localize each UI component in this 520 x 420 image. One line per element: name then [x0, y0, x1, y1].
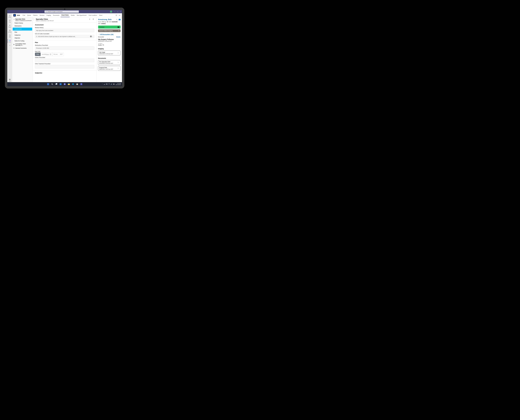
- svg-point-0: [46, 11, 47, 12]
- svg-rect-34: [77, 84, 77, 84]
- svg-rect-27: [60, 83, 62, 85]
- orders-input[interactable]: [35, 59, 94, 62]
- sidebar-item-assessment[interactable]: Assessment: [13, 28, 32, 30]
- sidebar-item-plan[interactable]: Plan: [12, 31, 32, 34]
- chevron-down-icon[interactable]: ⌄: [92, 36, 93, 37]
- window-maximize-button[interactable]: ▢: [116, 10, 119, 13]
- connect-button[interactable]: Connect: [98, 26, 121, 29]
- delete-note-button[interactable]: [92, 18, 95, 20]
- sidebar-item-patient-history[interactable]: Patient History: [12, 22, 32, 24]
- sidebar-item-objective[interactable]: Objective: [12, 37, 32, 39]
- patient-name[interactable]: Armstrong, Bob: [98, 18, 115, 21]
- svg-rect-19: [47, 83, 48, 84]
- rail-store[interactable]: Store: [8, 78, 12, 82]
- imaging-card-hip[interactable]: Hip Image 04/03/2021 01:35 pm EST 〉: [98, 51, 121, 55]
- tab-more-button[interactable]: •••: [118, 15, 121, 16]
- tray-chevron-icon[interactable]: ⌃: [102, 83, 103, 85]
- imaging-heading: Imaging: [98, 48, 121, 50]
- tray-battery-icon[interactable]: [113, 84, 115, 85]
- search-icon: [36, 36, 37, 37]
- taskbar-app-1[interactable]: [59, 83, 62, 85]
- other-treatment-input[interactable]: [35, 65, 94, 68]
- tab-chat[interactable]: Chat: [22, 13, 26, 17]
- sidebar-item-medications[interactable]: Medications: [12, 24, 32, 27]
- calendar-icon: [9, 30, 11, 31]
- tab-about[interactable]: About: [98, 13, 103, 17]
- rail-solo[interactable]: Solo: [8, 39, 12, 43]
- search-patient-imaging[interactable]: Search Patient Imaging: [98, 29, 121, 32]
- meds-prescribed-input[interactable]: [35, 46, 94, 50]
- document-card-preop[interactable]: Pre Operative Note 05/18/2021 02:30 pm E…: [98, 60, 121, 65]
- nav-forward-button[interactable]: 〉: [41, 10, 44, 13]
- tab-services[interactable]: Services: [39, 13, 45, 17]
- taskbar-edge[interactable]: [72, 83, 74, 85]
- more-icon: •••: [9, 45, 11, 46]
- tab-details[interactable]: Details: [70, 13, 76, 17]
- taskbar-app-2[interactable]: [63, 83, 66, 85]
- task-view-button[interactable]: [55, 83, 57, 85]
- encounter-details-link[interactable]: Details: [116, 36, 121, 38]
- taskbar-clock[interactable]: 8:18 AM 03/14/2022: [116, 83, 121, 85]
- svg-point-3: [10, 25, 10, 25]
- svg-rect-42: [115, 84, 115, 84]
- window-minimize-button[interactable]: —: [113, 10, 116, 13]
- svg-line-18: [119, 31, 119, 31]
- now-button[interactable]: Now: [35, 52, 40, 56]
- icd-clear-button[interactable]: ✕: [90, 36, 92, 37]
- rail-chat[interactable]: Chat: [8, 19, 12, 23]
- svg-rect-13: [50, 54, 51, 55]
- next-visit-date-input[interactable]: mm/dd/yyyy: [40, 52, 52, 56]
- svg-rect-7: [9, 79, 10, 79]
- svg-line-24: [53, 84, 53, 85]
- sidebar-doc-comments[interactable]: 🗨General Comments: [12, 47, 32, 50]
- mail-icon[interactable]: [119, 19, 121, 20]
- tab-imaging[interactable]: Imaging: [46, 13, 52, 17]
- tray-cloud-icon[interactable]: ☁: [104, 83, 105, 85]
- global-search[interactable]: Search or type a command: [45, 10, 79, 13]
- all-encounters-link[interactable]: 〈All Encounters (30): [98, 34, 121, 35]
- tray-wifi-icon[interactable]: [108, 83, 110, 85]
- tab-patients[interactable]: Patients: [32, 13, 38, 17]
- svg-rect-10: [10, 80, 10, 80]
- tab-care-locations[interactable]: Care Locations: [88, 13, 98, 17]
- next-visit-time-input[interactable]: hh:mm EST: [52, 52, 64, 56]
- tab-smart-notes[interactable]: Smart Notes: [61, 13, 70, 17]
- rail-teams[interactable]: Teams: [8, 24, 12, 28]
- window-close-button[interactable]: ✕: [119, 10, 122, 13]
- sidebar-doc-consultation[interactable]: 🗎Consultation Note: Specialty Cl...: [12, 42, 32, 47]
- icd-value: V53.5XXS Driver of pick-up truck or van …: [38, 36, 89, 37]
- windows-taskbar: T ⌃ ☁ ⌨ 🔊 8:18 AM 03/14/2022: [7, 82, 122, 86]
- assessment-heading: Assessment: [35, 24, 94, 26]
- tab-documents[interactable]: Documents: [52, 13, 60, 17]
- solo-logo-icon: [13, 14, 16, 16]
- rail-files[interactable]: Files: [8, 34, 12, 38]
- taskbar-teams-active[interactable]: T: [80, 83, 83, 85]
- start-button[interactable]: [47, 83, 49, 85]
- icd-select[interactable]: V53.5XXS Driver of pick-up truck or van …: [35, 35, 94, 38]
- sidebar-item-notes-coding[interactable]: Notes for Coding: [12, 39, 32, 42]
- popout-button[interactable]: [115, 15, 118, 16]
- patient-demographics: GenderM Age73 DOB01/20/1948 MRN8440501: [98, 21, 121, 24]
- tray-volume-icon[interactable]: 🔊: [111, 83, 112, 85]
- tab-queue[interactable]: Queue: [26, 13, 32, 17]
- tray-keyboard-icon[interactable]: ⌨: [106, 83, 108, 85]
- sidebar-item-subjective[interactable]: Subjective: [12, 34, 32, 37]
- collapse-section-button[interactable]: [88, 18, 91, 20]
- rail-more[interactable]: •••: [8, 44, 12, 47]
- svg-rect-31: [68, 83, 69, 84]
- taskbar-search-button[interactable]: [51, 83, 53, 85]
- tab-new-appointment[interactable]: New Appointment: [76, 13, 87, 17]
- nav-back-button[interactable]: 〈: [39, 10, 41, 13]
- taskbar-store[interactable]: [76, 83, 78, 85]
- user-avatar[interactable]: [110, 10, 112, 13]
- document-card-surgical[interactable]: Surgical Note 06/02/2021 10:25 am EST 〉: [98, 66, 121, 71]
- svg-line-1: [47, 12, 47, 12]
- teams-left-rail: Activity Chat Teams Calendar Files Solo …: [7, 13, 12, 82]
- rail-calendar[interactable]: Calendar: [8, 29, 12, 33]
- meds-prescribed-label: Medications Prescribed: [35, 45, 94, 46]
- rail-activity[interactable]: Activity: [8, 14, 12, 18]
- taskbar-explorer[interactable]: [68, 83, 70, 85]
- medical-history-input[interactable]: [35, 29, 94, 32]
- svg-point-17: [118, 30, 119, 31]
- phone-icon[interactable]: [116, 19, 118, 20]
